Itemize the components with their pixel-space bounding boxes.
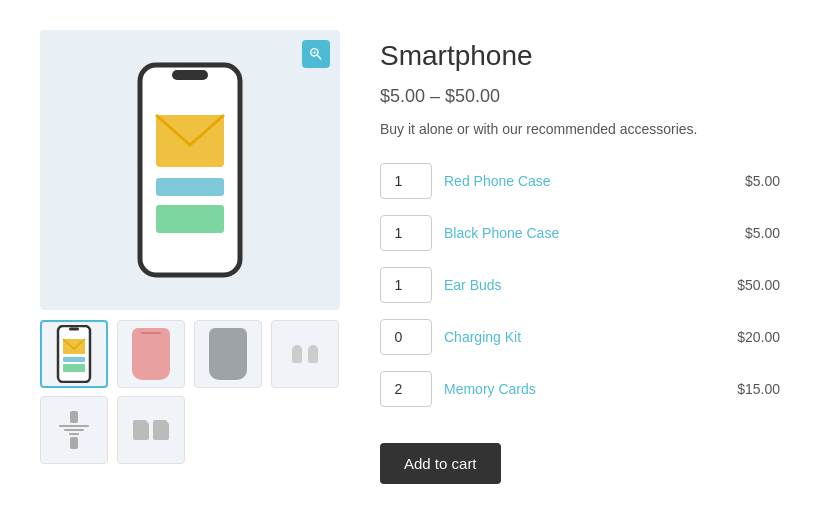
phone-illustration (130, 60, 250, 280)
qty-ear-buds[interactable] (380, 267, 432, 303)
gray-case-shape (209, 328, 247, 380)
thumbnail-grid (40, 320, 340, 464)
product-images (40, 30, 340, 484)
svg-rect-8 (69, 328, 79, 331)
accessory-row: Memory Cards $15.00 (380, 365, 780, 413)
qty-memory-cards[interactable] (380, 371, 432, 407)
accessory-black-phone-case[interactable]: Black Phone Case (444, 225, 713, 241)
thumbnail-cable[interactable] (40, 396, 108, 464)
accessory-row: Charging Kit $20.00 (380, 313, 780, 361)
price-ear-buds: $50.00 (725, 277, 780, 293)
qty-black-phone-case[interactable] (380, 215, 432, 251)
qty-red-phone-case[interactable] (380, 163, 432, 199)
thumbnail-pink-case[interactable] (117, 320, 185, 388)
accessories-list: Red Phone Case $5.00 Black Phone Case $5… (380, 157, 780, 413)
accessory-row: Ear Buds $50.00 (380, 261, 780, 309)
add-to-cart-button[interactable]: Add to cart (380, 443, 501, 484)
product-details: Smartphone $5.00 – $50.00 Buy it alone o… (380, 30, 780, 484)
thumbnail-smartphone[interactable] (40, 320, 108, 388)
thumbnail-sim[interactable] (117, 396, 185, 464)
price-black-phone-case: $5.00 (725, 225, 780, 241)
pink-case-shape (132, 328, 170, 380)
accessory-ear-buds[interactable]: Ear Buds (444, 277, 713, 293)
price-charging-kit: $20.00 (725, 329, 780, 345)
svg-rect-4 (156, 178, 224, 196)
svg-rect-11 (63, 364, 85, 372)
product-container: Smartphone $5.00 – $50.00 Buy it alone o… (40, 30, 780, 484)
product-description: Buy it alone or with our recommended acc… (380, 121, 780, 137)
svg-rect-5 (156, 205, 224, 233)
svg-rect-10 (63, 357, 85, 362)
thumbnail-gray-case[interactable] (194, 320, 262, 388)
zoom-icon[interactable] (302, 40, 330, 68)
earbuds-shape (292, 345, 318, 363)
accessory-red-phone-case[interactable]: Red Phone Case (444, 173, 713, 189)
accessory-memory-cards[interactable]: Memory Cards (444, 381, 713, 397)
svg-rect-2 (172, 70, 208, 80)
accessory-charging-kit[interactable]: Charging Kit (444, 329, 713, 345)
sim-shape (133, 420, 169, 440)
thumbnail-earbuds[interactable] (271, 320, 339, 388)
price-red-phone-case: $5.00 (725, 173, 780, 189)
qty-charging-kit[interactable] (380, 319, 432, 355)
product-price: $5.00 – $50.00 (380, 86, 780, 107)
accessory-row: Red Phone Case $5.00 (380, 157, 780, 205)
cable-shape (59, 411, 89, 449)
price-memory-cards: $15.00 (725, 381, 780, 397)
product-title: Smartphone (380, 40, 780, 72)
accessory-row: Black Phone Case $5.00 (380, 209, 780, 257)
main-image (40, 30, 340, 310)
